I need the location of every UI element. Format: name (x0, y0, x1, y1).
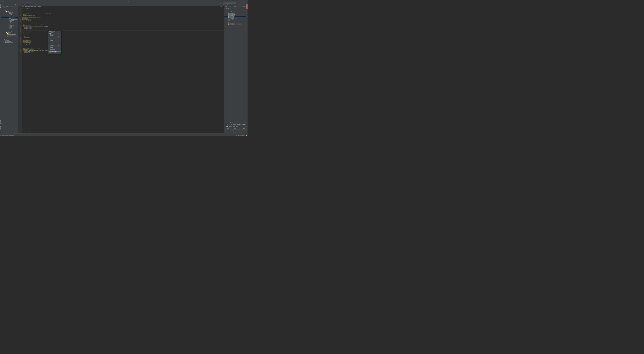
build-icon[interactable]: 🔨 (222, 3, 224, 3)
tabs-menu-icon[interactable]: ⋮ (222, 4, 224, 5)
ctx-folding[interactable]: Folding› (48, 40, 61, 41)
tree-node[interactable]: ⒸUser (1, 26, 18, 27)
refresh-icon[interactable]: ⟳ (225, 6, 226, 7)
tree-node[interactable]: ▸📁target (1, 39, 18, 40)
tree-node[interactable]: ⒸEchoapiDemoApplication (1, 30, 18, 32)
select-opened-icon[interactable]: ⊕ (13, 4, 14, 5)
tree-settings-icon[interactable]: ⚙ (16, 4, 16, 5)
tw-quick-icon[interactable]: ▢ (0, 134, 1, 134)
tree-node[interactable]: ▸▫netty (1, 28, 18, 29)
tree-node[interactable]: ▾▫entity (1, 18, 18, 19)
row-checkbox[interactable] (226, 130, 226, 131)
bottom-debug[interactable]: 🐞 Debug (10, 134, 13, 134)
project-header-label[interactable]: Project (3, 4, 5, 5)
settings-icon[interactable]: ⚙ (246, 3, 247, 3)
req-tab-path[interactable]: Path (233, 126, 236, 127)
editor-context-menu[interactable]: 💡Show Context Actions⌥⏎📋Paste⌘VCopy / Pa… (48, 31, 61, 54)
tree-node[interactable]: ▸📁lib (1, 33, 18, 34)
users-icon[interactable]: 👤▾ (220, 3, 222, 3)
inspection-widget[interactable]: ▲9 ^v (220, 6, 224, 7)
send-button[interactable]: ➤Send (236, 124, 241, 125)
tree-node[interactable]: ⒸUserVO (1, 27, 18, 28)
ctx-analyze[interactable]: Analyze› (48, 41, 61, 43)
bottom-services[interactable]: ⚙ Services (28, 134, 32, 134)
rail-maven[interactable]: m Maven (246, 17, 247, 20)
panel-hide-icon[interactable]: — (245, 4, 246, 5)
caret-pos[interactable]: 30:1 (236, 135, 237, 136)
close-tab-icon[interactable]: × (27, 4, 28, 5)
help-icon[interactable]: ? (236, 6, 236, 7)
hide-icon[interactable]: — (17, 4, 18, 5)
tree-node[interactable]: ⒸDemoController (1, 15, 18, 17)
tree-node[interactable]: ⒸLogRequestTypeEnum (1, 19, 18, 20)
run-icon[interactable]: ▶ (237, 3, 238, 3)
req-tab-params[interactable]: Params (229, 126, 233, 127)
api-tree[interactable]: Find 10 apis ▾▣echoapi-demo▾▫com.echoapi… (224, 8, 246, 122)
upload-button[interactable]: ⇧Upload (241, 124, 246, 125)
tab-usercontroller[interactable]: Ⓒ UserController.java × (18, 4, 29, 6)
debug-icon[interactable]: 🐞 (239, 3, 240, 3)
tree-node[interactable]: ⒸRoleSon (1, 22, 18, 24)
encoding[interactable]: UTF-8 (240, 135, 242, 136)
filter-icon[interactable]: ⑉ (228, 6, 229, 7)
minimize-icon[interactable] (2, 1, 3, 2)
req-tab-header[interactable]: Header (225, 126, 229, 127)
ctx-local-history[interactable]: Local History› (48, 49, 61, 50)
close-icon[interactable] (1, 1, 2, 2)
bottom-terminal[interactable]: ▣ Terminal (24, 134, 28, 134)
rail-bookmarks[interactable]: 🔖 Bookmarks (0, 120, 1, 125)
editor-gutter[interactable]: 8910111213141516171819202122232425➜26272… (18, 6, 22, 133)
zoom-icon[interactable] (3, 1, 4, 2)
tree-node[interactable]: ⚙application-test.properties (1, 36, 18, 38)
copy-icon[interactable]: ⧉ (228, 123, 229, 123)
tree-node[interactable]: ⒸRole (1, 21, 18, 22)
save-icon[interactable]: 💾 (230, 123, 231, 123)
tree-node[interactable]: ▾📁java (1, 11, 18, 12)
tree-node[interactable]: ⒸSysDevice (1, 25, 18, 26)
http-method-select[interactable]: POST▾ (225, 124, 230, 125)
tree-node[interactable]: ▸⊞External Libraries (1, 41, 18, 42)
readonly-icon[interactable]: 🔓 (246, 135, 247, 136)
req-tab-body[interactable]: Body (236, 126, 239, 127)
sync-icon[interactable]: ⟲ (230, 6, 231, 7)
search-icon[interactable]: 🔍 (244, 3, 245, 3)
ctx-upload-to-echoapi[interactable]: 🟥Upload to EchoAPI (48, 51, 61, 52)
rail-structure[interactable]: ⌬ Structure (0, 126, 1, 130)
tree-node[interactable]: ⒸStudent (1, 24, 18, 25)
file-tree[interactable]: ▾▣echoapi-demo~/workSpace/echoapi-demo▸📁… (1, 6, 18, 133)
api-node[interactable]: P/user/uploadUpload profile picture (224, 24, 246, 25)
collapse-all-icon[interactable]: ≣ (15, 4, 16, 5)
tree-node[interactable]: ▾📁src (1, 9, 18, 10)
code-content[interactable]: import org.springframework.web.multipart… (22, 6, 224, 133)
editor-scroll-strip[interactable] (224, 6, 224, 133)
ctx-refactor[interactable]: Refactor› (48, 43, 61, 45)
ctx-column-selection-mode[interactable]: Column Selection Mode⇧⌘8 (48, 36, 61, 37)
bottom-version-control[interactable]: ⎇ Version Control (2, 134, 8, 134)
tree-node[interactable]: ▾📁resources (1, 32, 18, 33)
run-config-selector[interactable]: ⬢ EchoapiDemoApplication ▾ (224, 2, 236, 4)
bottom-build[interactable]: 🔨 Build (33, 134, 36, 134)
expand-all-icon[interactable]: ≡ (14, 4, 14, 5)
upload-req-icon[interactable]: ⇧ (227, 123, 228, 123)
tree-node[interactable]: ▾▣echoapi-demo~/workSpace/echoapi-demo (1, 6, 18, 7)
tree-node[interactable]: ⒸParentRole (1, 20, 18, 21)
indent[interactable]: 4 spaces (242, 135, 245, 136)
stop-icon[interactable]: ■ (242, 3, 242, 3)
ctx-go-to[interactable]: Go To› (48, 38, 61, 39)
send-req-icon[interactable]: ➤ (225, 123, 226, 123)
bottom-problems[interactable]: ⚠ Problems (18, 134, 22, 134)
param-table[interactable]: keyValueDelete 🗑 (225, 128, 246, 133)
tree-node[interactable]: mpom.xml (1, 40, 18, 41)
tree-node[interactable]: ▾▫controller (1, 14, 18, 16)
window-controls[interactable] (1, 1, 4, 2)
tree-node[interactable]: ▸▫common (1, 13, 18, 14)
clear-icon[interactable]: ✕ (232, 6, 232, 7)
ctx-show-context-actions[interactable]: 💡Show Context Actions⌥⏎ (48, 31, 61, 32)
tree-node[interactable]: ⒸUserController (1, 17, 18, 18)
tree-node[interactable]: ▸▫service (1, 29, 18, 31)
line-sep[interactable]: LF (238, 135, 239, 136)
tree-node[interactable]: ▾📁main (1, 10, 18, 11)
tree-node[interactable]: ⚙application-dev.properties (1, 35, 18, 36)
rail-project[interactable]: 📁 Project (0, 4, 1, 8)
rail-coverage[interactable]: ▤ Coverage (246, 126, 247, 130)
